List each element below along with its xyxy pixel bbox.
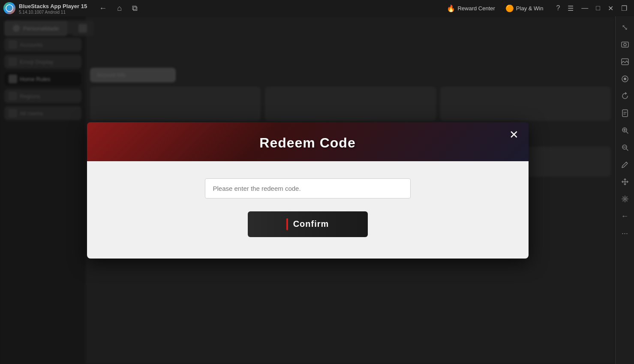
coin-icon: 🟠 (505, 4, 514, 12)
sidebar-zoom-out-icon[interactable] (617, 140, 633, 155)
modal-close-button[interactable]: ✕ (506, 127, 522, 143)
home-nav-button[interactable]: ⌂ (114, 3, 125, 14)
modal-body: Confirm (87, 161, 529, 259)
window-controls: ? ☰ — □ ✕ ❐ (553, 3, 631, 14)
minimize-button[interactable]: — (578, 3, 592, 14)
sidebar-settings-icon[interactable] (617, 191, 633, 207)
svg-point-5 (624, 78, 626, 80)
redeem-code-input[interactable] (205, 178, 411, 199)
sidebar-apk-icon[interactable] (617, 105, 633, 121)
svg-point-2 (624, 43, 626, 46)
close-button[interactable]: ✕ (604, 3, 617, 14)
maximize-button[interactable]: □ (592, 3, 604, 14)
reward-center-label: Reward Center (457, 5, 495, 12)
modal-header: Redeem Code ✕ (87, 122, 529, 161)
play-win-button[interactable]: 🟠 Play & Win (501, 3, 548, 14)
sidebar-move-icon[interactable] (617, 174, 633, 190)
flame-icon: 🔥 (447, 4, 455, 12)
help-button[interactable]: ? (553, 3, 563, 14)
app-name: BlueStacks App Player 15 (19, 3, 87, 9)
app-version: 5.14.10.1007 Android 11 (19, 10, 87, 15)
modal-overlay: Redeem Code ✕ Confirm (0, 16, 615, 364)
nav-buttons: ← ⌂ ⧉ (96, 3, 141, 14)
red-line-decoration (286, 218, 288, 230)
sidebar-edit-icon[interactable] (617, 157, 633, 172)
svg-rect-6 (622, 110, 628, 117)
svg-rect-1 (622, 42, 628, 47)
confirm-button[interactable]: Confirm (248, 211, 368, 237)
redeem-code-modal: Redeem Code ✕ Confirm (87, 122, 529, 259)
titlebar: BlueStacks App Player 15 5.14.10.1007 An… (0, 0, 634, 16)
restore-button[interactable]: ❐ (618, 3, 631, 14)
sidebar-screenshot-icon[interactable] (617, 37, 633, 52)
app-info: BlueStacks App Player 15 5.14.10.1007 An… (19, 2, 87, 15)
sidebar-more-icon[interactable]: ··· (617, 226, 633, 241)
play-win-label: Play & Win (516, 5, 544, 12)
titlebar-right: 🔥 Reward Center 🟠 Play & Win ? ☰ — □ ✕ ❐ (442, 3, 631, 14)
app-logo (3, 2, 15, 14)
sidebar-back-icon[interactable]: ← (617, 208, 633, 224)
right-sidebar: ⤡ (615, 16, 634, 364)
sidebar-record-icon[interactable] (617, 71, 633, 87)
menu-button[interactable]: ☰ (564, 3, 577, 14)
reward-center-button[interactable]: 🔥 Reward Center (442, 3, 499, 14)
expand-sidebar-icon[interactable]: ⤡ (617, 20, 633, 35)
confirm-button-label: Confirm (293, 219, 329, 229)
sidebar-image-icon[interactable] (617, 54, 633, 69)
tabs-nav-button[interactable]: ⧉ (129, 3, 141, 14)
svg-point-9 (624, 198, 626, 200)
back-nav-button[interactable]: ← (96, 3, 110, 14)
sidebar-zoom-in-icon[interactable] (617, 123, 633, 138)
modal-title: Redeem Code (259, 135, 355, 151)
sidebar-refresh-icon[interactable] (617, 88, 633, 104)
